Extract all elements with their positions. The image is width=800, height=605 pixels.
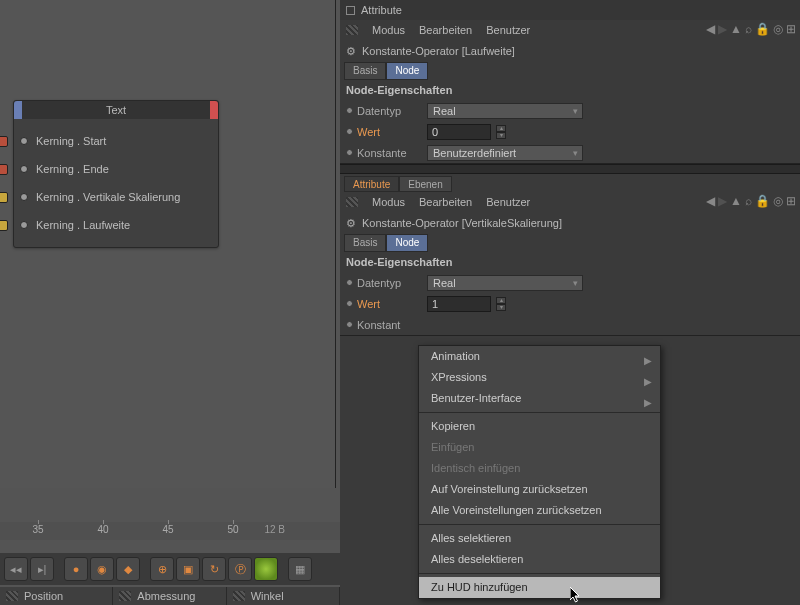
section-header: Node-Eigenschaften — [340, 80, 800, 100]
fwd-icon[interactable]: ▶ — [718, 22, 727, 36]
menu-bearbeiten[interactable]: Bearbeiten — [419, 196, 472, 208]
ctx-einfuegen: Einfügen — [419, 437, 660, 458]
ctx-animation[interactable]: Animation▶ — [419, 346, 660, 367]
menu-bearbeiten[interactable]: Bearbeiten — [419, 24, 472, 36]
film-button[interactable]: ▦ — [288, 557, 312, 581]
search-icon[interactable]: ⌕ — [745, 194, 752, 208]
node-editor-viewport[interactable]: Text Kerning . Start Kerning . Ende Kern… — [0, 0, 336, 488]
scale-key-button[interactable]: ▣ — [176, 557, 200, 581]
ctx-alle-voreinstellungen-reset[interactable]: Alle Voreinstellungen zurücksetzen — [419, 500, 660, 521]
target-icon[interactable]: ◎ — [773, 22, 783, 36]
ctx-xpressions[interactable]: XPressions▶ — [419, 367, 660, 388]
frame-indicator: 12 B — [264, 524, 285, 535]
port-kerning-ende[interactable]: Kerning . Ende — [14, 155, 218, 183]
tab-node[interactable]: Node — [386, 62, 428, 80]
tab-attribute[interactable]: Attribute — [344, 176, 399, 192]
operator-name: Konstante-Operator [VertikaleSkalierung] — [362, 217, 562, 229]
gear-icon: ⚙ — [346, 217, 356, 230]
ctx-alles-deselektieren[interactable]: Alles deselektieren — [419, 549, 660, 570]
menu-modus[interactable]: Modus — [372, 196, 405, 208]
tab-ebenen[interactable]: Ebenen — [399, 176, 451, 192]
cursor-icon — [570, 587, 586, 605]
spin-up[interactable]: ▴ — [496, 125, 506, 132]
tab-node[interactable]: Node — [386, 234, 428, 252]
wert-field[interactable]: 1 — [427, 296, 491, 312]
spin-up[interactable]: ▴ — [496, 297, 506, 304]
wert-field[interactable]: 0 — [427, 124, 491, 140]
goto-end-button[interactable]: ▸| — [30, 557, 54, 581]
position-key-button[interactable]: ⊕ — [150, 557, 174, 581]
timeline-toolbar: ◂◂ ▸| ● ◉ ◆ ⊕ ▣ ↻ Ⓟ ▦ — [0, 553, 340, 585]
up-icon[interactable]: ▲ — [730, 194, 742, 208]
menu-benutzer[interactable]: Benutzer — [486, 196, 530, 208]
status-bar: Position Abmessung Winkel — [0, 587, 340, 605]
lock-icon[interactable]: 🔒 — [755, 194, 770, 208]
search-icon[interactable]: ⌕ — [745, 22, 752, 36]
ctx-benutzer-interface[interactable]: Benutzer-Interface▶ — [419, 388, 660, 409]
record-button[interactable]: ● — [64, 557, 88, 581]
datentyp-dropdown[interactable]: Real — [427, 103, 583, 119]
back-icon[interactable]: ◀ — [706, 194, 715, 208]
section-header: Node-Eigenschaften — [340, 252, 800, 272]
menu-benutzer[interactable]: Benutzer — [486, 24, 530, 36]
ctx-zu-hud-hinzufuegen[interactable]: Zu HUD hinzufügen — [419, 577, 660, 598]
timeline-ruler[interactable]: 35 40 45 50 12 B — [0, 522, 340, 540]
ctx-identisch-einfuegen: Identisch einfügen — [419, 458, 660, 479]
ctx-alles-selektieren[interactable]: Alles selektieren — [419, 528, 660, 549]
autokey-button[interactable]: ◉ — [90, 557, 114, 581]
target-icon[interactable]: ◎ — [773, 194, 783, 208]
ctx-kopieren[interactable]: Kopieren — [419, 416, 660, 437]
ctx-voreinstellung-reset[interactable]: Auf Voreinstellung zurücksetzen — [419, 479, 660, 500]
up-icon[interactable]: ▲ — [730, 22, 742, 36]
port-kerning-laufweite[interactable]: Kerning . Laufweite — [14, 211, 218, 239]
datentyp-dropdown[interactable]: Real — [427, 275, 583, 291]
attribute-panel-2: Attribute Ebenen Modus Bearbeiten Benutz… — [340, 174, 800, 336]
tab-basis[interactable]: Basis — [344, 62, 386, 80]
back-icon[interactable]: ◀ — [706, 22, 715, 36]
lock-icon[interactable]: 🔒 — [755, 22, 770, 36]
panel-title: Attribute — [340, 0, 800, 20]
spin-down[interactable]: ▾ — [496, 132, 506, 139]
port-kerning-start[interactable]: Kerning . Start — [14, 127, 218, 155]
pla-key-button[interactable] — [254, 557, 278, 581]
menu-modus[interactable]: Modus — [372, 24, 405, 36]
keyframe-button[interactable]: ◆ — [116, 557, 140, 581]
parameter-key-button[interactable]: Ⓟ — [228, 557, 252, 581]
tab-basis[interactable]: Basis — [344, 234, 386, 252]
rotation-key-button[interactable]: ↻ — [202, 557, 226, 581]
add-icon[interactable]: ⊞ — [786, 194, 796, 208]
node-text[interactable]: Text Kerning . Start Kerning . Ende Kern… — [13, 100, 219, 248]
konstante-dropdown[interactable]: Benutzerdefiniert — [427, 145, 583, 161]
node-title: Text — [106, 104, 126, 116]
spin-down[interactable]: ▾ — [496, 304, 506, 311]
fwd-icon[interactable]: ▶ — [718, 194, 727, 208]
context-menu: Animation▶ XPressions▶ Benutzer-Interfac… — [418, 345, 661, 599]
goto-start-button[interactable]: ◂◂ — [4, 557, 28, 581]
attribute-panel-1: Attribute Modus Bearbeiten Benutzer ◀ ▶ … — [340, 0, 800, 164]
port-kerning-vskalierung[interactable]: Kerning . Vertikale Skalierung — [14, 183, 218, 211]
add-icon[interactable]: ⊞ — [786, 22, 796, 36]
gear-icon: ⚙ — [346, 45, 356, 58]
operator-name: Konstante-Operator [Laufweite] — [362, 45, 515, 57]
